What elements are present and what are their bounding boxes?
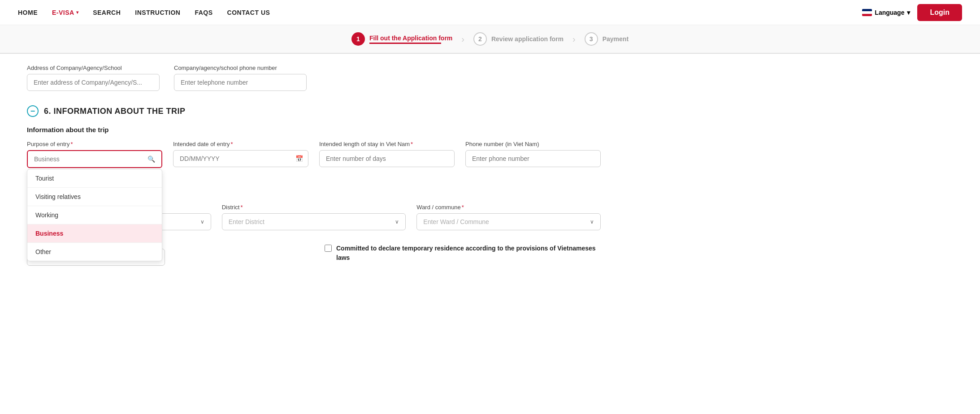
main-content: Address of Company/Agency/School Company…	[0, 54, 628, 293]
purpose-dropdown-menu: Tourist Visiting relatives Working Busin…	[27, 169, 162, 261]
ward-caret-icon: ∨	[590, 219, 594, 225]
purpose-label: Purpose of entry*	[27, 141, 162, 147]
nav-home[interactable]: HOME	[18, 9, 38, 16]
nav-evisa[interactable]: E-VISA ▾	[52, 9, 78, 16]
sub-section-label: Information about the trip	[27, 126, 601, 134]
step-1-underline	[369, 43, 441, 44]
district-label: District*	[222, 204, 406, 211]
search-icon: 🔍	[147, 155, 155, 163]
nav-search[interactable]: SEARCH	[93, 9, 121, 16]
company-address-group: Address of Company/Agency/School	[27, 65, 160, 91]
nav-contact[interactable]: CONTACT US	[227, 9, 270, 16]
calendar-icon: 📅	[295, 155, 303, 162]
evisa-caret-icon: ▾	[76, 10, 79, 15]
checkbox-col: Committed to declare temporary residence…	[325, 239, 601, 263]
ward-col: Ward / commune* Enter Ward / Commune ∨	[416, 204, 601, 230]
stay-col: Intended length of stay in Viet Nam*	[319, 141, 455, 167]
language-button[interactable]: Language ▾	[862, 9, 910, 16]
checkbox-row: Committed to declare temporary residence…	[325, 244, 601, 263]
nav-faqs[interactable]: FAQS	[195, 9, 212, 16]
phone-input[interactable]	[465, 150, 601, 167]
date-input-wrapper: 📅	[173, 150, 308, 167]
flag-icon	[862, 9, 872, 16]
step-3-circle: 3	[585, 32, 598, 46]
purpose-dropdown[interactable]: Business 🔍	[27, 150, 162, 168]
trip-row-1: Purpose of entry* Business 🔍 Tourist Vis…	[27, 141, 601, 168]
purpose-col: Purpose of entry* Business 🔍 Tourist Vis…	[27, 141, 162, 168]
stepper: 1 Fill out the Application form › 2 Revi…	[0, 25, 980, 54]
purpose-option-business[interactable]: Business	[27, 224, 162, 242]
step-separator-1: ›	[461, 34, 464, 44]
nav-right: Language ▾ Login	[862, 4, 962, 21]
district-dropdown[interactable]: Enter District ∨	[222, 213, 406, 230]
step-2-circle: 2	[473, 32, 487, 46]
section-6-header: − 6. INFORMATION ABOUT THE TRIP	[27, 105, 601, 117]
company-address-input[interactable]	[27, 74, 160, 91]
step-2: 2 Review application form	[473, 32, 564, 46]
purpose-option-tourist[interactable]: Tourist	[27, 169, 162, 187]
checkbox-label: Committed to declare temporary residence…	[336, 244, 601, 263]
date-input[interactable]	[173, 150, 308, 167]
address-row: Address of Company/Agency/School Company…	[27, 65, 601, 91]
company-phone-label: Company/agency/school phone number	[174, 65, 307, 71]
company-address-label: Address of Company/Agency/School	[27, 65, 160, 71]
district-caret-icon: ∨	[395, 219, 399, 225]
step-1-label: Fill out the Application form	[369, 34, 452, 42]
purpose-option-other[interactable]: Other	[27, 242, 162, 261]
section-collapse-button[interactable]: −	[27, 105, 39, 117]
province-caret-icon: ∨	[200, 219, 204, 225]
language-caret-icon: ▾	[907, 9, 910, 16]
phone-label: Phone number (in Viet Nam)	[465, 141, 601, 147]
stay-label: Intended length of stay in Viet Nam*	[319, 141, 455, 147]
district-col: District* Enter District ∨	[222, 204, 406, 230]
login-button[interactable]: Login	[917, 4, 962, 21]
step-1: 1 Fill out the Application form	[351, 32, 452, 46]
step-separator-2: ›	[572, 34, 576, 44]
ward-label: Ward / commune*	[416, 204, 601, 211]
step-1-circle: 1	[351, 32, 365, 46]
date-col: Intended date of entry* 📅	[173, 141, 308, 167]
section-6-title: 6. INFORMATION ABOUT THE TRIP	[44, 107, 186, 116]
company-phone-group: Company/agency/school phone number	[174, 65, 307, 91]
date-label: Intended date of entry*	[173, 141, 308, 147]
nav-instruction[interactable]: INSTRUCTION	[135, 9, 180, 16]
step-3: 3 Payment	[585, 32, 629, 46]
phone-col: Phone number (in Viet Nam)	[465, 141, 601, 167]
step-3-label: Payment	[603, 35, 629, 43]
step-2-label: Review application form	[491, 35, 564, 43]
stay-input[interactable]	[319, 150, 455, 167]
nav-links: HOME E-VISA ▾ SEARCH INSTRUCTION FAQS CO…	[18, 9, 862, 16]
company-phone-input[interactable]	[174, 74, 307, 91]
purpose-option-visiting[interactable]: Visiting relatives	[27, 187, 162, 206]
temp-residence-checkbox[interactable]	[325, 245, 332, 252]
purpose-option-working[interactable]: Working	[27, 206, 162, 224]
navbar: HOME E-VISA ▾ SEARCH INSTRUCTION FAQS CO…	[0, 0, 980, 25]
ward-dropdown[interactable]: Enter Ward / Commune ∨	[416, 213, 601, 230]
